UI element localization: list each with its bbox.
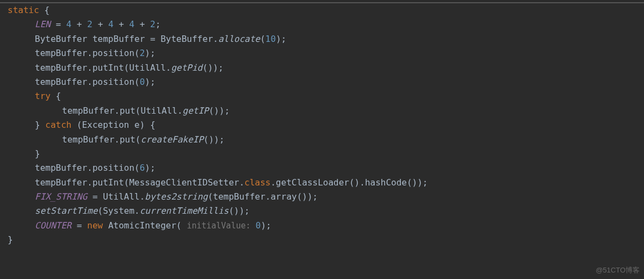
code-text: ); bbox=[261, 220, 271, 231]
code-text: (System. bbox=[98, 206, 140, 216]
static-method: getPid bbox=[171, 63, 202, 73]
watermark: @51CTO博客 bbox=[596, 264, 640, 276]
code-line: ByteBuffer tempBuffer = ByteBuffer.alloc… bbox=[8, 32, 644, 46]
code-line: tempBuffer.position(0); bbox=[8, 75, 644, 89]
code-text: = UtilAll. bbox=[87, 191, 145, 202]
code-line: tempBuffer.putInt(UtilAll.getPid()); bbox=[8, 61, 644, 75]
keyword-catch: catch bbox=[45, 120, 71, 130]
brace: { bbox=[39, 5, 49, 15]
static-method: allocate bbox=[218, 34, 260, 44]
number: 2 bbox=[150, 19, 156, 29]
code-line: static { bbox=[8, 3, 644, 17]
code-text: = bbox=[71, 220, 87, 231]
code-line: tempBuffer.put(UtilAll.getIP()); bbox=[8, 104, 644, 118]
code-line: tempBuffer.position(6); bbox=[8, 161, 644, 175]
code-text: ()); bbox=[228, 206, 250, 216]
code-text: ; bbox=[156, 19, 161, 29]
field-counter: COUNTER bbox=[35, 220, 71, 231]
static-method: getIP bbox=[183, 106, 209, 116]
code-text: tempBuffer.put(UtilAll. bbox=[62, 106, 183, 116]
code-text: + bbox=[114, 19, 129, 29]
number: 0 bbox=[256, 220, 261, 231]
code-text: + bbox=[92, 19, 108, 29]
code-text: } bbox=[35, 120, 45, 130]
number: 2 bbox=[140, 48, 145, 58]
field-fixstring: FIX_STRING bbox=[35, 191, 87, 202]
code-text: ()); bbox=[209, 106, 230, 116]
code-line: tempBuffer.put(createFakeIP()); bbox=[8, 133, 644, 147]
keyword-static: static bbox=[8, 5, 39, 15]
static-method: createFakeIP bbox=[141, 134, 204, 145]
field-len: LEN bbox=[35, 19, 51, 29]
code-text: ); bbox=[145, 77, 155, 87]
code-line: LEN = 4 + 2 + 4 + 4 + 2; bbox=[8, 17, 644, 32]
number: 10 bbox=[265, 34, 276, 44]
code-text: ()); bbox=[202, 63, 224, 73]
code-text: (tempBuffer.array()); bbox=[208, 191, 318, 202]
code-editor: static { LEN = 4 + 2 + 4 + 4 + 2; ByteBu… bbox=[0, 2, 644, 247]
code-line: tempBuffer.position(2); bbox=[8, 46, 644, 60]
code-text: ); bbox=[145, 48, 155, 58]
number: 0 bbox=[140, 77, 145, 87]
code-text: tempBuffer.put( bbox=[62, 134, 141, 145]
code-line: } bbox=[8, 147, 644, 161]
code-text: ); bbox=[145, 163, 155, 173]
number: 4 bbox=[66, 19, 72, 29]
code-text: tempBuffer.position( bbox=[35, 48, 140, 58]
code-line: try { bbox=[8, 89, 644, 103]
code-text: AtomicInteger( bbox=[103, 220, 187, 231]
brace: { bbox=[51, 91, 61, 101]
code-text: = bbox=[51, 19, 66, 29]
code-text: + bbox=[71, 19, 87, 29]
code-text: ); bbox=[276, 34, 286, 44]
code-text: tempBuffer.putInt(MessageClientIDSetter. bbox=[35, 177, 244, 188]
static-method: currentTimeMillis bbox=[140, 206, 229, 216]
code-line: FIX_STRING = UtilAll.bytes2string(tempBu… bbox=[8, 190, 644, 204]
brace: } bbox=[35, 148, 40, 159]
number: 4 bbox=[129, 19, 134, 29]
number: 4 bbox=[108, 19, 114, 29]
code-text: + bbox=[134, 19, 150, 29]
code-line: setStartTime(System.currentTimeMillis())… bbox=[8, 204, 644, 218]
code-text: ( bbox=[260, 34, 265, 44]
code-text: tempBuffer.position( bbox=[35, 163, 140, 173]
keyword-try: try bbox=[35, 91, 51, 101]
keyword-class: class bbox=[244, 177, 270, 188]
number: 2 bbox=[87, 19, 92, 29]
code-text: ByteBuffer tempBuffer = ByteBuffer. bbox=[35, 34, 218, 44]
code-text: ()); bbox=[203, 134, 225, 145]
brace: } bbox=[8, 234, 13, 245]
keyword-new: new bbox=[87, 220, 103, 231]
parameter-hint: initialValue: bbox=[187, 221, 255, 231]
code-text: tempBuffer.putInt(UtilAll. bbox=[35, 63, 171, 73]
static-method: bytes2string bbox=[145, 191, 208, 202]
code-text: (Exception e) { bbox=[71, 120, 155, 130]
code-text: .getClassLoader().hashCode()); bbox=[270, 177, 428, 188]
code-line: tempBuffer.putInt(MessageClientIDSetter.… bbox=[8, 176, 644, 190]
static-method: setStartTime bbox=[35, 206, 98, 216]
code-line: } catch (Exception e) { bbox=[8, 118, 644, 132]
code-line: } bbox=[8, 233, 644, 247]
code-text: tempBuffer.position( bbox=[35, 77, 140, 87]
code-line: COUNTER = new AtomicInteger( initialValu… bbox=[8, 219, 644, 233]
number: 6 bbox=[140, 163, 145, 173]
